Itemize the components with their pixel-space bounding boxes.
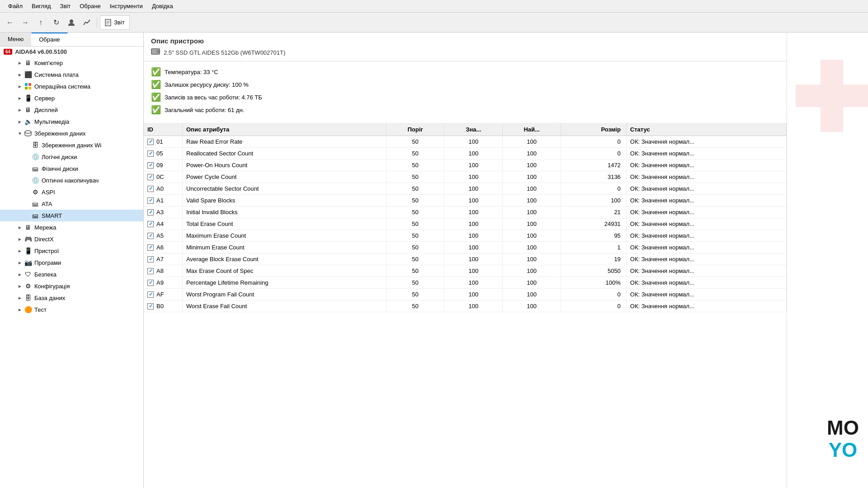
sidebar-item-optical[interactable]: 💿 Оптичні накопичувач <box>0 174 143 186</box>
cell-worst: 100 <box>503 195 561 206</box>
toolbar-separator <box>97 17 97 28</box>
logical-disks-icon: 💿 <box>31 152 40 161</box>
sidebar-item-config[interactable]: ► ⚙ Конфігурація <box>0 280 143 292</box>
row-checkbox[interactable] <box>147 197 154 204</box>
sidebar-item-server[interactable]: ► 📱 Сервер <box>0 92 143 104</box>
storage-wi-icon: 🗄 <box>31 141 40 150</box>
col-size: Розмір <box>561 123 626 136</box>
forward-button[interactable]: → <box>18 15 33 30</box>
cell-worst: 100 <box>503 300 561 312</box>
cell-status: ОК: Значення нормал... <box>626 195 786 206</box>
user-button[interactable] <box>64 15 79 30</box>
sidebar-item-logical-disks[interactable]: 💿 Логічні диски <box>0 151 143 163</box>
sidebar-item-database[interactable]: ► 🗄 База даних <box>0 292 143 304</box>
cell-size: 0 <box>561 148 626 160</box>
row-checkbox[interactable] <box>147 256 154 263</box>
sidebar-item-storage[interactable]: ▼ Збереження даних <box>0 127 143 139</box>
cell-id-value: 01 <box>156 138 163 145</box>
sidebar-item-os[interactable]: ► Операційна система <box>0 80 143 92</box>
menu-tools[interactable]: Інструменти <box>105 2 147 10</box>
cross-icon <box>796 60 868 133</box>
content-area: Опис пристрою 2.5" SSD GTL AIDES 512Gb (… <box>144 33 787 488</box>
menu-favorites[interactable]: Обране <box>75 2 105 10</box>
sidebar-item-smart[interactable]: 🖴 SMART <box>0 210 143 221</box>
refresh-button[interactable]: ↻ <box>49 15 63 30</box>
row-checkbox[interactable] <box>147 221 154 227</box>
cell-id: 01 <box>144 136 183 148</box>
page-title: Опис пристрою <box>151 37 779 45</box>
cell-id: A5 <box>144 230 183 242</box>
sidebar-item-display[interactable]: ► 🖥 Дисплей <box>0 104 143 116</box>
sidebar-item-computer[interactable]: ► 🖥 Комп'ютер <box>0 57 143 69</box>
ok-icon-4: ✅ <box>151 105 161 115</box>
row-checkbox[interactable] <box>147 244 154 251</box>
sidebar-item-network[interactable]: ► 🖥 Мережа <box>0 221 143 233</box>
cell-status: ОК: Значення нормал... <box>626 206 786 218</box>
sidebar-label-programs: Програми <box>34 259 142 266</box>
chevron-right-icon: ► <box>16 108 24 113</box>
cell-desc: Initial Invalid Blocks <box>183 206 387 218</box>
row-checkbox[interactable] <box>147 268 154 274</box>
cell-desc: Minimum Erase Count <box>183 242 387 253</box>
smart-table: ID Опис атрибута Поріг Зна... Най... Роз… <box>144 123 787 312</box>
row-checkbox[interactable] <box>147 303 154 310</box>
row-checkbox[interactable] <box>147 186 154 192</box>
menu-file[interactable]: Файл <box>4 2 27 10</box>
status-uptime-text: Загальний час роботи: 61 дн. <box>165 107 244 113</box>
cell-thresh: 50 <box>386 136 444 148</box>
cell-size: 3136 <box>561 171 626 183</box>
network-icon: 🖥 <box>24 223 33 232</box>
sidebar-item-multimedia[interactable]: ► 🔈 Мультимедіа <box>0 116 143 127</box>
row-checkbox[interactable] <box>147 139 154 145</box>
tab-menu[interactable]: Меню <box>0 33 31 46</box>
cell-id-value: A4 <box>156 221 164 227</box>
chevron-right-icon: ► <box>16 284 24 289</box>
col-id: ID <box>144 123 183 136</box>
user-icon <box>67 19 75 27</box>
smart-icon: 🖴 <box>31 211 40 220</box>
cell-value: 100 <box>444 253 503 265</box>
sidebar-label-storage: Збереження даних <box>34 130 142 137</box>
cell-worst: 100 <box>503 160 561 171</box>
row-checkbox[interactable] <box>147 233 154 239</box>
menu-help[interactable]: Довідка <box>147 2 178 10</box>
cell-size: 0 <box>561 183 626 195</box>
cell-worst: 100 <box>503 277 561 289</box>
row-checkbox[interactable] <box>147 162 154 169</box>
sidebar-item-aspi[interactable]: ⚙ ASPI <box>0 186 143 198</box>
cell-status: ОК: Значення нормал... <box>626 300 786 312</box>
sidebar-item-devices[interactable]: ► 📱 Пристрої <box>0 245 143 257</box>
sidebar-item-ata[interactable]: 🖴 ATA <box>0 198 143 210</box>
sidebar: Меню Обране 64 AIDA64 v6.00.5100 ► 🖥 Ком… <box>0 33 144 488</box>
sidebar-item-physical-disks[interactable]: 🖴 Фізичні диски <box>0 163 143 174</box>
cell-status: ОК: Значення нормал... <box>626 218 786 230</box>
aida64-header: 64 AIDA64 v6.00.5100 <box>0 47 143 57</box>
row-checkbox[interactable] <box>147 280 154 286</box>
sidebar-item-system-board[interactable]: ► ⬛ Системна плата <box>0 69 143 80</box>
sidebar-item-security[interactable]: ► 🛡 Безпека <box>0 268 143 280</box>
menu-report[interactable]: Звіт <box>56 2 75 10</box>
cell-value: 100 <box>444 218 503 230</box>
sidebar-item-test[interactable]: ► 🟠 Тест <box>0 304 143 315</box>
sidebar-label-directx: DirectX <box>34 236 142 243</box>
report-button[interactable]: Звіт <box>100 15 130 30</box>
up-button[interactable]: ↑ <box>33 15 48 30</box>
server-icon: 📱 <box>24 94 33 103</box>
cell-size: 100 <box>561 195 626 206</box>
row-checkbox[interactable] <box>147 291 154 298</box>
cell-value: 100 <box>444 160 503 171</box>
row-checkbox[interactable] <box>147 209 154 216</box>
tab-favorites[interactable]: Обране <box>31 33 67 46</box>
menu-view[interactable]: Вигляд <box>27 2 56 10</box>
cell-size: 1472 <box>561 160 626 171</box>
row-checkbox[interactable] <box>147 174 154 180</box>
sidebar-label-os: Операційна система <box>34 83 142 90</box>
cell-value: 100 <box>444 183 503 195</box>
back-button[interactable]: ← <box>3 15 17 30</box>
sidebar-item-storage-wi[interactable]: 🗄 Збереження даних Wi <box>0 139 143 151</box>
table-row: A3 Initial Invalid Blocks 50 100 100 21 … <box>144 206 787 218</box>
chart-button[interactable] <box>80 15 94 30</box>
row-checkbox[interactable] <box>147 150 154 157</box>
sidebar-item-programs[interactable]: ► 📷 Програми <box>0 257 143 268</box>
sidebar-item-directx[interactable]: ► 🎮 DirectX <box>0 233 143 245</box>
